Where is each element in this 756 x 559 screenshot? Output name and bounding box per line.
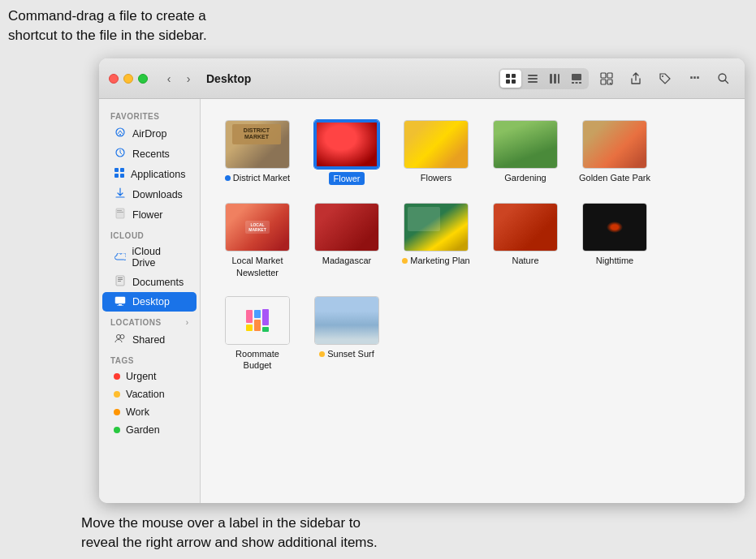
- sidebar-item-shared[interactable]: Shared: [102, 329, 197, 350]
- path-title: Desktop: [206, 72, 492, 85]
- file-item-flower[interactable]: Flower: [306, 115, 387, 190]
- file-thumb-nighttime: [582, 203, 647, 252]
- svg-rect-25: [114, 174, 119, 178]
- file-name-roommate-budget: Roommate Budget: [221, 348, 294, 372]
- file-name-flowers: Flowers: [421, 172, 452, 183]
- sidebar-item-desktop[interactable]: Desktop: [102, 292, 197, 312]
- district-status-dot: [225, 175, 231, 181]
- file-item-nature[interactable]: Nature: [485, 198, 566, 283]
- icloud-header: iCloud: [99, 225, 200, 243]
- sidebar-item-garden[interactable]: Garden: [102, 421, 197, 439]
- view-column-button[interactable]: [544, 70, 565, 88]
- share-button[interactable]: [624, 67, 647, 90]
- svg-rect-16: [601, 80, 606, 84]
- file-thumb-flowers: [404, 120, 469, 169]
- locations-section: Locations ›: [99, 312, 200, 329]
- main-area: Favorites AirDrop: [99, 99, 745, 503]
- file-item-nighttime[interactable]: Nighttime: [574, 198, 655, 283]
- minimize-button[interactable]: [123, 74, 133, 84]
- file-item-roommate-budget[interactable]: Roommate Budget: [217, 291, 298, 376]
- sidebar-item-icloud-drive[interactable]: iCloud Drive: [102, 243, 197, 272]
- svg-rect-23: [114, 168, 119, 172]
- file-name-district-market: District Market: [233, 172, 290, 183]
- view-icon-button[interactable]: [500, 70, 521, 88]
- back-button[interactable]: ‹: [161, 71, 177, 87]
- file-name-marketing-plan: Marketing Plan: [410, 255, 469, 266]
- svg-rect-33: [118, 281, 121, 282]
- file-thumb-flower: [314, 120, 379, 169]
- view-list-button[interactable]: [522, 70, 543, 88]
- sidebar-item-applications[interactable]: Applications: [102, 164, 197, 184]
- file-item-madagascar[interactable]: Madagascar: [306, 198, 387, 283]
- applications-icon: [114, 167, 125, 181]
- icloud-icon: [114, 251, 126, 264]
- annotation-top-text: Command-drag a file to create ashortcut …: [8, 8, 207, 43]
- file-thumb-localmarket: LOCALMARKET: [225, 203, 290, 252]
- svg-rect-32: [118, 279, 123, 280]
- sidebar-item-downloads[interactable]: Downloads: [102, 184, 197, 204]
- traffic-lights: [109, 74, 148, 84]
- maximize-button[interactable]: [138, 74, 148, 84]
- file-item-local-market-newsletter[interactable]: LOCALMARKET Local Market Newsletter: [217, 198, 298, 283]
- sidebar-item-recents[interactable]: Recents: [102, 144, 197, 164]
- svg-rect-34: [115, 297, 125, 303]
- sidebar-item-label-work: Work: [126, 406, 149, 418]
- svg-rect-29: [117, 212, 123, 213]
- file-item-district-market[interactable]: DISTRICTMARKET District Market: [217, 115, 298, 190]
- toolbar-actions: ···: [499, 67, 735, 90]
- svg-rect-17: [607, 80, 612, 84]
- sidebar-item-label-downloads: Downloads: [132, 189, 183, 200]
- more-button[interactable]: ···: [683, 67, 706, 90]
- airdrop-icon: [114, 127, 127, 140]
- garden-dot: [114, 427, 120, 433]
- sidebar-item-work[interactable]: Work: [102, 403, 197, 421]
- file-name-sunset-surf: Sunset Surf: [327, 348, 374, 359]
- file-thumb-golden: [582, 120, 647, 169]
- sidebar-item-airdrop[interactable]: AirDrop: [102, 123, 197, 144]
- sidebar-item-label-documents: Documents: [132, 277, 184, 288]
- close-button[interactable]: [109, 74, 119, 84]
- svg-rect-36: [117, 306, 123, 307]
- urgent-dot: [114, 373, 120, 380]
- annotation-bottom: Move the mouse over a label in the sideb…: [81, 514, 568, 553]
- title-bar: ‹ › Desktop: [99, 58, 745, 99]
- file-thumb-roommate: [225, 296, 290, 345]
- sidebar-item-label-recents: Recents: [132, 148, 170, 160]
- file-thumb-madagascar: [314, 203, 379, 252]
- svg-rect-7: [550, 74, 552, 84]
- tags-header: Tags: [99, 350, 200, 368]
- search-button[interactable]: [712, 67, 735, 90]
- tag-button[interactable]: [654, 67, 676, 90]
- file-item-marketing-plan[interactable]: Marketing Plan: [395, 198, 477, 283]
- finder-window: ‹ › Desktop: [99, 58, 745, 503]
- svg-rect-3: [512, 80, 516, 84]
- documents-icon: [114, 275, 127, 289]
- nav-buttons: ‹ ›: [161, 71, 197, 87]
- file-thumb-nature: [493, 203, 558, 252]
- view-gallery-button[interactable]: [566, 70, 587, 88]
- sidebar-item-label-flower: Flower: [132, 209, 163, 221]
- marketing-status-dot: [402, 258, 408, 264]
- file-item-golden-gate-park[interactable]: Golden Gate Park: [574, 115, 655, 190]
- svg-rect-2: [506, 80, 510, 84]
- svg-rect-15: [607, 73, 612, 78]
- file-item-flowers[interactable]: Flowers: [395, 115, 477, 190]
- sidebar-item-flower[interactable]: Flower: [102, 204, 197, 225]
- view-switcher: [499, 68, 589, 89]
- file-item-gardening[interactable]: Gardening: [485, 115, 566, 190]
- svg-rect-0: [506, 74, 510, 78]
- sidebar-item-urgent[interactable]: Urgent: [102, 368, 197, 385]
- vacation-dot: [114, 391, 120, 398]
- file-name-area-marketing: Marketing Plan: [402, 255, 469, 266]
- forward-button[interactable]: ›: [180, 71, 197, 87]
- file-item-sunset-surf[interactable]: Sunset Surf: [306, 291, 387, 376]
- svg-rect-31: [118, 277, 123, 278]
- work-dot: [114, 409, 120, 415]
- sidebar-item-vacation[interactable]: Vacation: [102, 385, 197, 403]
- file-name-gardening: Gardening: [504, 172, 546, 183]
- svg-rect-10: [572, 74, 581, 80]
- file-thumb-marketing: [404, 203, 469, 252]
- locations-arrow[interactable]: ›: [186, 318, 188, 327]
- sidebar-item-documents[interactable]: Documents: [102, 272, 197, 292]
- group-button[interactable]: [595, 67, 618, 90]
